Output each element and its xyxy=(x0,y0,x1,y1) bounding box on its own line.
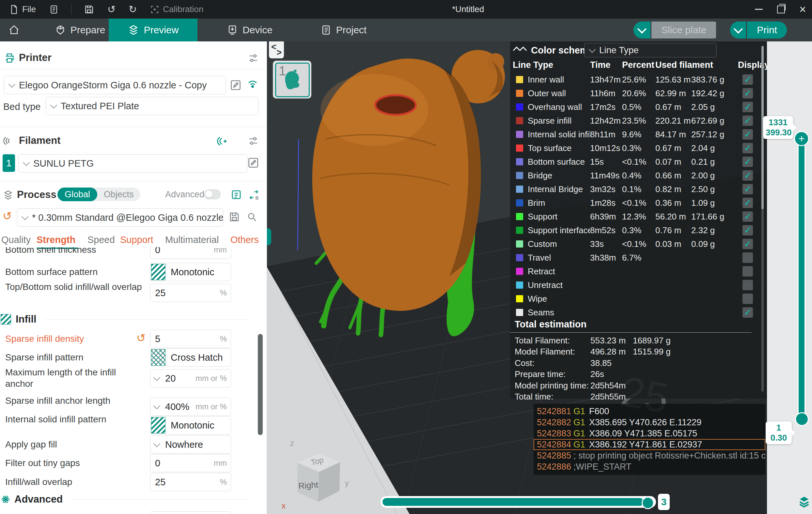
tab-preview[interactable]: Preview xyxy=(109,19,198,41)
search-preset-icon[interactable] xyxy=(246,211,258,223)
layers-icon[interactable] xyxy=(798,495,811,508)
plate-thumbnail[interactable]: 1 xyxy=(273,61,311,98)
line-type-swatch xyxy=(516,281,523,289)
scope-objects[interactable]: Objects xyxy=(97,189,140,200)
layer-slider-track[interactable] xyxy=(799,139,805,419)
gcode-line[interactable]: 5242886;WIPE_START xyxy=(533,461,765,472)
layer-slider-bottom-handle[interactable] xyxy=(795,412,809,426)
save-preset-icon[interactable] xyxy=(228,211,240,223)
display-checkbox[interactable]: ✓ xyxy=(743,74,753,85)
wifi-icon[interactable] xyxy=(247,78,259,90)
reset-preset-icon[interactable]: ↺ xyxy=(3,210,12,221)
filament-slot-badge[interactable]: 1 xyxy=(3,154,15,172)
reset-setting-icon[interactable]: ↺ xyxy=(137,332,146,343)
gcode-viewer[interactable]: 5242881G1F6005242882G1X385.695 Y470.626 … xyxy=(533,404,765,475)
display-checkbox[interactable]: ✓ xyxy=(743,198,753,208)
compare-ab-icon[interactable]: AB xyxy=(248,189,260,201)
setting-input-dropdown[interactable]: Nowhere xyxy=(150,435,231,454)
color-scheme-select[interactable]: Line Type xyxy=(584,43,717,57)
tab-project[interactable]: Project xyxy=(305,19,382,41)
setting-row: Infill/wall overlap25% xyxy=(0,473,258,490)
calibration-button[interactable]: Calibration xyxy=(145,2,208,17)
setting-input-input[interactable]: 0mm xyxy=(150,247,231,259)
close-button[interactable]: × xyxy=(799,4,806,15)
total-value-1: 2d5h55m xyxy=(590,392,633,402)
redo-button[interactable]: ↻ xyxy=(123,2,142,17)
setting-input-input[interactable]: 25% xyxy=(150,284,231,302)
display-checkbox[interactable]: ✓ xyxy=(743,102,753,112)
display-checkbox[interactable]: ✓ xyxy=(743,184,753,194)
add-filament-icon[interactable] xyxy=(216,135,228,147)
display-checkbox[interactable]: ✓ xyxy=(743,225,753,236)
display-checkbox[interactable] xyxy=(743,280,753,290)
minimize-button[interactable] xyxy=(755,9,763,10)
layer-top-height: 399.30 xyxy=(766,127,790,138)
line-type-row: Bridge11m49s0.4%0.66 m2.00 g✓ xyxy=(513,169,761,182)
advanced-toggle[interactable] xyxy=(204,189,221,199)
setting-input-dropdown-unit[interactable]: 20mm or % xyxy=(150,369,231,388)
display-checkbox[interactable]: ✓ xyxy=(743,239,753,249)
filament-preset-select[interactable]: SUNLU PETG xyxy=(18,154,248,173)
panel-expand-button[interactable]: < > xyxy=(269,41,284,58)
slice-options-chevron[interactable] xyxy=(634,22,650,38)
display-checkbox[interactable]: ✓ xyxy=(743,307,753,318)
tab-device[interactable]: Device xyxy=(212,19,287,41)
maximize-button[interactable] xyxy=(777,5,785,13)
gcode-line[interactable]: 5242885; stop printing object Rotissrie+… xyxy=(533,450,765,461)
partial-input[interactable] xyxy=(150,511,231,514)
setting-row: Maximum length of the infill anchor20mm … xyxy=(0,369,258,387)
display-checkbox[interactable] xyxy=(743,252,753,263)
gcode-line[interactable]: 5242883G1X386.09 Y471.385 E.05175 xyxy=(533,428,765,439)
collapse-panel-icon[interactable] xyxy=(514,48,527,53)
process-preset-select[interactable]: * 0.30mm Standard @Elegoo Giga 0.6 nozzl… xyxy=(17,208,223,227)
setting-input-input[interactable]: 5% xyxy=(150,330,231,348)
display-checkbox[interactable] xyxy=(743,266,753,277)
setting-input-input[interactable]: 0mm xyxy=(150,454,231,472)
filament-settings-icon[interactable] xyxy=(248,135,259,147)
setting-input-pattern[interactable]: Monotonic xyxy=(150,263,231,281)
bed-type-select[interactable]: Textured PEI Plate xyxy=(46,97,259,115)
printer-settings-icon[interactable] xyxy=(248,53,259,64)
gcode-line[interactable]: 5242881G1F600 xyxy=(533,406,765,417)
param-tab-speed[interactable]: Speed xyxy=(87,235,115,245)
settings-scrollbar[interactable] xyxy=(258,334,263,435)
setting-input-dropdown-unit[interactable]: 400%mm or % xyxy=(150,398,231,416)
save-button[interactable] xyxy=(79,2,99,17)
move-slider-handle[interactable] xyxy=(642,497,654,509)
display-checkbox[interactable]: ✓ xyxy=(743,129,753,140)
printer-preset-select[interactable]: Elegoo OrangeStorm Giga 0.6 nozzle - Cop… xyxy=(4,76,226,94)
display-checkbox[interactable]: ✓ xyxy=(743,116,753,126)
param-tab-support[interactable]: Support xyxy=(120,235,153,245)
param-tab-multimaterial[interactable]: Multimaterial xyxy=(165,235,219,245)
gcode-line[interactable]: 5242884G1X386.192 Y471.861 E.02937 xyxy=(533,439,765,450)
move-slider-track[interactable] xyxy=(381,496,656,508)
preset-list-icon[interactable] xyxy=(230,189,242,201)
edit-printer-icon[interactable] xyxy=(230,79,241,91)
print-button[interactable]: Print xyxy=(730,22,787,38)
display-checkbox[interactable]: ✓ xyxy=(743,211,753,222)
param-tab-others[interactable]: Others xyxy=(230,235,259,245)
file-menu-button[interactable]: File xyxy=(4,2,41,17)
setting-input-pattern[interactable]: Cross Hatch xyxy=(150,348,231,367)
line-type-label: Top surface xyxy=(528,143,590,153)
edit-filament-icon[interactable] xyxy=(248,157,259,169)
param-tab-strength[interactable]: Strength xyxy=(36,235,76,245)
display-checkbox[interactable]: ✓ xyxy=(743,88,753,98)
tab-home[interactable] xyxy=(3,19,25,41)
undo-button[interactable]: ↺ xyxy=(102,2,121,17)
setting-input-pattern[interactable]: Monotonic xyxy=(150,416,231,434)
display-checkbox[interactable] xyxy=(743,294,753,304)
notes-button[interactable] xyxy=(44,2,64,17)
move-slider-value: 3 xyxy=(658,494,670,510)
print-options-chevron[interactable] xyxy=(730,22,746,38)
slice-plate-button[interactable]: Slice plate xyxy=(634,22,722,38)
display-checkbox[interactable]: ✓ xyxy=(743,143,753,153)
layer-slider-top-handle[interactable]: + xyxy=(794,131,809,146)
gcode-line[interactable]: 5242882G1X385.695 Y470.626 E.11229 xyxy=(533,417,765,428)
setting-input-input[interactable]: 25% xyxy=(150,473,231,491)
display-checkbox[interactable]: ✓ xyxy=(743,156,753,167)
param-tab-quality[interactable]: Quality xyxy=(1,235,31,245)
scope-global[interactable]: Global xyxy=(57,187,97,201)
process-scope-toggle[interactable]: Global Objects xyxy=(57,187,140,201)
display-checkbox[interactable]: ✓ xyxy=(743,170,753,181)
